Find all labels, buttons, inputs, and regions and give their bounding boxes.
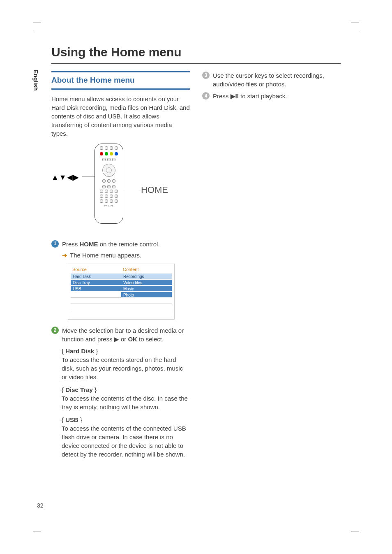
ok-key-label: OK	[128, 336, 137, 343]
menu-item-empty	[121, 304, 172, 310]
step-number-icon: 2	[51, 327, 59, 334]
page-number: 32	[37, 502, 44, 509]
d-pad-icon	[102, 164, 115, 177]
left-column: About the Home menu Home menu allows acc…	[51, 71, 190, 463]
section-title-about: About the Home menu	[51, 75, 190, 86]
crop-mark	[351, 523, 359, 531]
menu-item-recordings: Recordings	[121, 274, 172, 279]
step-2: 2 Move the selection bar to a desired me…	[51, 326, 190, 343]
menu-item-empty	[71, 292, 121, 298]
text: Press	[213, 93, 231, 100]
label: Disc Tray	[65, 386, 93, 393]
title-rule	[51, 63, 341, 64]
label: Hard Disk	[65, 348, 94, 355]
step-number-icon: 3	[202, 72, 210, 79]
step-4-text: Press ▶II to start playback.	[213, 92, 341, 100]
remote-illustration: PHILIPS	[95, 144, 123, 224]
option-usb: { USB } To access the contents of the co…	[62, 415, 190, 459]
step-number-icon: 4	[202, 92, 210, 100]
menu-item-hard-disk: Hard Disk	[71, 274, 121, 279]
step-3: 3 Use the cursor keys to select recordin…	[202, 71, 341, 88]
two-column-layout: About the Home menu Home menu allows acc…	[51, 71, 341, 463]
step-4: 4 Press ▶II to start playback.	[202, 92, 341, 100]
menu-item-empty	[71, 304, 121, 310]
step-1-text: Press HOME on the remote control.	[62, 240, 190, 248]
step-2-text: Move the selection bar to a desired medi…	[62, 326, 190, 343]
menu-item-empty	[71, 311, 121, 316]
remote-control-figure: ▲▼◀▶ PHILIPS HOME	[51, 144, 190, 234]
text: or	[119, 336, 128, 343]
remote-brand-label: PHILIPS	[95, 204, 123, 207]
text: to start playback.	[239, 93, 287, 100]
option-title: { Hard Disk }	[62, 347, 190, 355]
content-header: Content	[121, 267, 172, 273]
option-title: { Disc Tray }	[62, 385, 190, 394]
about-paragraph: Home menu allows access to contents on y…	[51, 95, 190, 138]
option-disc-tray: { Disc Tray } To access the contents of …	[62, 385, 190, 411]
source-header: Source	[71, 267, 121, 273]
home-menu-figure: Source Hard Disk Disc Tray USB Content R…	[68, 264, 175, 320]
menu-content-column: Content Recordings Video files Music Pho…	[121, 267, 172, 317]
menu-source-column: Source Hard Disk Disc Tray USB	[71, 267, 121, 317]
option-description: To access the contents of the disc. In c…	[62, 394, 190, 411]
page-title: Using the Home menu	[51, 45, 341, 59]
menu-item-empty	[121, 311, 172, 316]
step-1: 1 Press HOME on the remote control.	[51, 240, 190, 248]
home-key-label: HOME	[80, 241, 98, 248]
direction-arrows-label: ▲▼◀▶	[51, 172, 79, 183]
play-pause-icon: ▶II	[231, 93, 239, 100]
option-hard-disk: { Hard Disk } To access the contents sto…	[62, 347, 190, 381]
menu-item-disc-tray: Disc Tray	[71, 280, 121, 285]
page-content: English Using the Home menu About the Ho…	[51, 45, 341, 509]
menu-item-usb: USB	[71, 286, 121, 292]
leader-line	[82, 176, 95, 176]
right-column: 3 Use the cursor keys to select recordin…	[202, 71, 341, 463]
leader-line	[123, 189, 140, 189]
option-description: To access the contents of the connected …	[62, 424, 190, 459]
crop-mark	[33, 523, 41, 531]
label: USB	[65, 416, 78, 423]
option-title: { USB }	[62, 415, 190, 424]
text: Press	[62, 241, 80, 248]
step-3-text: Use the cursor keys to select recordings…	[213, 71, 341, 88]
section-heading-bar: About the Home menu	[51, 71, 190, 90]
language-tab: English	[27, 70, 39, 91]
menu-item-empty	[121, 298, 172, 304]
step-1-result: ➔ The Home menu appears.	[51, 251, 190, 260]
crop-mark	[351, 23, 359, 31]
crop-mark	[33, 23, 41, 31]
menu-item-music: Music	[121, 286, 172, 292]
menu-item-empty	[71, 298, 121, 304]
step-number-icon: 1	[51, 240, 59, 248]
right-arrow-icon: ▶	[114, 336, 119, 343]
text: to select.	[137, 336, 164, 343]
option-description: To access the contents stored on the har…	[62, 355, 190, 381]
menu-item-video-files: Video files	[121, 280, 172, 285]
arrow-icon: ➔	[62, 251, 67, 260]
menu-item-photo: Photo	[121, 292, 172, 298]
home-button-label: HOME	[141, 184, 168, 197]
text: on the remote control.	[98, 241, 160, 248]
result-text: The Home menu appears.	[70, 251, 141, 260]
